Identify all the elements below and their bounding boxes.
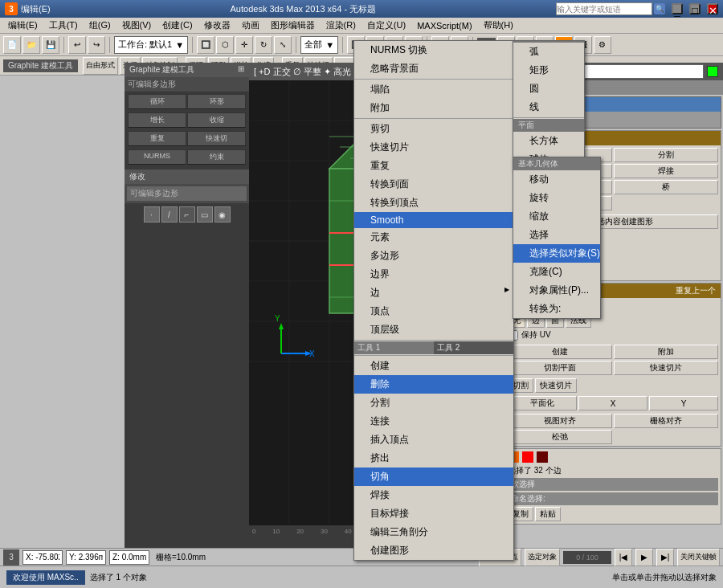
tr-select-similar[interactable]: 选择类似对象(S)	[513, 244, 600, 263]
save-btn[interactable]: 💾	[42, 36, 59, 54]
editable-poly-mod[interactable]: 可编辑多边形	[127, 186, 247, 201]
cut-plane-btn[interactable]: 切割平面	[508, 361, 612, 375]
cm-create[interactable]: 创建	[354, 357, 513, 375]
tr-move[interactable]: 移动	[513, 170, 600, 189]
app-menu-edit[interactable]: 编辑(E)	[21, 3, 51, 15]
selection-filter[interactable]: 全部 ▼	[300, 36, 338, 54]
shape-line[interactable]: 线	[513, 98, 584, 116]
cm-quickslice[interactable]: 快速切片	[354, 138, 513, 157]
tr-rotate[interactable]: 旋转	[513, 189, 600, 207]
menu-maxscript[interactable]: MAXScript(M)	[412, 20, 476, 31]
cm-repeat[interactable]: 重复	[354, 157, 513, 175]
menu-graph-editor[interactable]: 图形编辑器	[266, 18, 320, 32]
gt-constraint[interactable]: 约束	[187, 149, 246, 165]
z-coord-input[interactable]	[109, 550, 149, 565]
cm-chamfer[interactable]: 切角	[354, 468, 513, 486]
element-mode[interactable]: ◉	[214, 206, 231, 223]
set-key-btn[interactable]: 选定对象	[525, 549, 560, 566]
cm-connect[interactable]: 连接	[354, 412, 513, 431]
poly-mode[interactable]: ▭	[197, 206, 213, 223]
cm-nurms-switch[interactable]: NURMS 切换	[354, 41, 513, 59]
cm-delete[interactable]: 删除	[354, 375, 513, 394]
menu-edit[interactable]: 编辑(E)	[3, 18, 43, 32]
paste-sel-btn[interactable]: 粘贴	[535, 507, 561, 521]
cm-edge[interactable]: 边 ▶	[354, 284, 513, 302]
menu-help[interactable]: 帮助(H)	[479, 18, 518, 32]
gt-repeat[interactable]: 重复	[128, 131, 186, 146]
rotate-btn[interactable]: ↻	[255, 36, 272, 54]
cm-ignore-bg[interactable]: 忽略背景面	[354, 59, 513, 78]
view-align-btn[interactable]: 视图对齐	[508, 414, 612, 428]
x-coord-input[interactable]	[22, 550, 63, 565]
weld-btn[interactable]: 焊接	[614, 164, 718, 178]
border-mode[interactable]: ⌐	[179, 206, 195, 223]
y-coord-input[interactable]	[66, 550, 106, 565]
redo-btn[interactable]: ↪	[88, 36, 105, 54]
shape-arc[interactable]: 弧	[513, 43, 584, 61]
render-settings-btn[interactable]: ⚙	[594, 36, 611, 54]
shape-box[interactable]: 长方体	[513, 132, 584, 150]
gt-loop[interactable]: 循环	[128, 94, 186, 109]
status-icon[interactable]: 3	[3, 549, 19, 566]
close-button[interactable]: ✕	[707, 3, 718, 14]
new-btn[interactable]: 📄	[3, 36, 21, 54]
grid-align-btn[interactable]: 栅格对齐	[614, 414, 718, 428]
create-geom-btn[interactable]: 创建	[508, 345, 612, 359]
tr-select[interactable]: 选择	[513, 226, 600, 244]
y-btn[interactable]: Y	[649, 396, 718, 410]
attach-btn[interactable]: 附加	[614, 345, 718, 359]
play-btn[interactable]: ▶	[635, 549, 653, 566]
gt-grow[interactable]: 增长	[128, 112, 186, 128]
scale-btn[interactable]: ⤡	[274, 36, 292, 54]
slice-plane-btn[interactable]: 快速切片	[614, 361, 718, 375]
x-btn[interactable]: X	[578, 396, 647, 410]
tr-convert[interactable]: 转换为:	[513, 300, 600, 318]
tr-clone[interactable]: 克隆(C)	[513, 263, 600, 281]
menu-tools[interactable]: 工具(T)	[44, 18, 83, 32]
gt-shrink[interactable]: 收缩	[187, 112, 246, 128]
vertex-mode[interactable]: ·	[144, 206, 160, 223]
cm-cut[interactable]: 剪切	[354, 120, 513, 138]
tr-scale[interactable]: 缩放	[513, 207, 600, 226]
undo-btn[interactable]: ↩	[68, 36, 86, 54]
cm-toplevel[interactable]: 顶层级	[354, 321, 513, 339]
cm-target-weld[interactable]: 目标焊接	[354, 504, 513, 523]
open-btn[interactable]: 📁	[22, 36, 40, 54]
cm-border[interactable]: 边界	[354, 265, 513, 284]
next-frame-btn[interactable]: ▶|	[656, 549, 674, 566]
menu-view[interactable]: 视图(V)	[117, 18, 157, 32]
relax-btn[interactable]: 松弛	[508, 430, 612, 444]
menu-render[interactable]: 渲染(R)	[321, 18, 361, 32]
cm-create-shape[interactable]: 创建图形	[354, 541, 513, 560]
make-planar-btn[interactable]: 平面化	[508, 396, 577, 410]
prev-frame-btn[interactable]: |◀	[615, 549, 632, 566]
cm-element[interactable]: 元素	[354, 228, 513, 247]
gt-nurms[interactable]: NURMS	[128, 149, 186, 165]
maximize-button[interactable]: □	[689, 3, 701, 14]
cm-insert-vertex[interactable]: 插入顶点	[354, 431, 513, 449]
cm-smooth[interactable]: Smooth	[354, 212, 513, 228]
quickslice-geom-btn[interactable]: 快速切片	[535, 378, 577, 393]
cm-collapse[interactable]: 塌陷	[354, 80, 513, 99]
freeform-btn[interactable]: 自由形式	[83, 57, 118, 75]
edge-mode[interactable]: /	[161, 206, 178, 223]
cm-divide[interactable]: 分割	[354, 394, 513, 412]
gt-ring[interactable]: 环形	[187, 94, 246, 109]
cm-edit-tris[interactable]: 编辑三角剖分	[354, 523, 513, 541]
gt-quickcut[interactable]: 快速切	[187, 131, 246, 146]
key-close-btn[interactable]: 关闭关键帧	[677, 549, 720, 566]
select-object[interactable]: 🔲	[197, 36, 214, 54]
cm-add[interactable]: 附加	[354, 99, 513, 117]
split-btn[interactable]: 分割	[614, 148, 718, 162]
menu-group[interactable]: 组(G)	[84, 18, 116, 32]
search-button[interactable]: 🔍	[654, 3, 665, 14]
select-region[interactable]: ⬡	[216, 36, 234, 54]
cm-to-vertex[interactable]: 转换到顶点	[354, 194, 513, 212]
menu-modifiers[interactable]: 修改器	[199, 18, 235, 32]
minimize-button[interactable]: _	[672, 3, 683, 14]
shape-rect[interactable]: 矩形	[513, 61, 584, 80]
tr-obj-props[interactable]: 对象属性(P)...	[513, 281, 600, 300]
cm-to-face[interactable]: 转换到面	[354, 175, 513, 194]
menu-create[interactable]: 创建(C)	[157, 18, 197, 32]
cm-vertex[interactable]: 顶点	[354, 302, 513, 321]
